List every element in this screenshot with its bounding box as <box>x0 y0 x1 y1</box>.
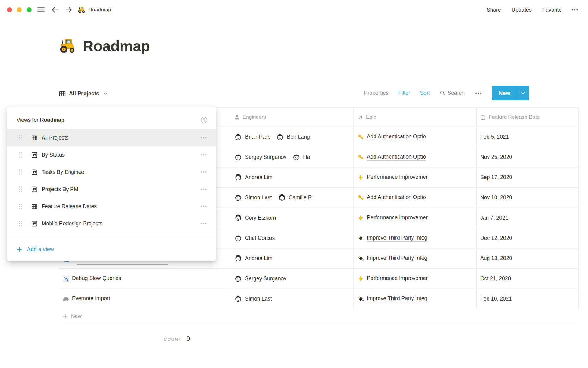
page-link[interactable]: Evernote Import <box>62 295 110 302</box>
more-options-icon[interactable] <box>200 151 208 159</box>
engineer-tag[interactable]: Simon Last <box>234 295 272 303</box>
epic-link[interactable]: Performance Improvemer <box>367 174 428 181</box>
engineer-tag[interactable]: Chet Corcos <box>234 234 275 242</box>
more-options-icon[interactable] <box>200 202 208 210</box>
table-row[interactable]: Debug Slow QueriesSergey SurganovPerform… <box>59 269 579 289</box>
avatar <box>234 254 242 263</box>
epic-link[interactable]: Add Authentication Optio <box>367 154 426 161</box>
epic-cell[interactable]: Improve Third Party Integ <box>354 289 477 309</box>
engineers-cell[interactable]: Chet Corcos <box>230 228 354 248</box>
date-cell[interactable]: Nov 25, 2020 <box>477 147 579 167</box>
more-options-icon[interactable] <box>571 6 579 14</box>
engineers-cell[interactable]: Simon Last <box>230 289 354 309</box>
more-options-icon[interactable] <box>200 220 208 228</box>
hamburger-icon[interactable] <box>37 6 45 14</box>
search-button[interactable]: Search <box>440 90 465 96</box>
new-button-label[interactable]: New <box>492 86 517 100</box>
titlebar-action-favorite[interactable]: Favorite <box>542 7 562 13</box>
date-cell[interactable]: Feb 10, 2021 <box>477 289 579 309</box>
breadcrumb[interactable]: Roadmap <box>77 6 111 14</box>
engineer-tag[interactable]: Brian Park <box>234 133 270 141</box>
column-header-feature-release-date[interactable]: Feature Release Date <box>477 108 579 127</box>
column-header-epic[interactable]: Epic <box>354 108 477 127</box>
date-cell[interactable]: Dec 12, 2020 <box>477 228 579 248</box>
engineers-cell[interactable]: Sergey SurganovHa <box>230 147 354 167</box>
sort-button[interactable]: Sort <box>420 90 430 96</box>
date-cell[interactable]: Sep 17, 2020 <box>477 167 579 187</box>
epic-link[interactable]: Performance Improvemer <box>367 214 428 221</box>
zoom-window-button[interactable] <box>27 7 32 12</box>
view-item-tasks-by-engineer[interactable]: Tasks By Engineer <box>7 163 216 181</box>
epic-cell[interactable]: Performance Improvemer <box>354 269 477 289</box>
engineer-tag[interactable]: Camille R <box>278 194 312 202</box>
engineer-tag[interactable]: Sergey Surganov <box>234 153 286 161</box>
engineers-cell[interactable]: Simon LastCamille R <box>230 188 354 208</box>
date-cell[interactable]: Nov 10, 2020 <box>477 188 579 208</box>
engineers-cell[interactable]: Cory Etzkorn <box>230 208 354 228</box>
drag-handle-icon[interactable] <box>18 203 23 210</box>
engineer-tag[interactable]: Cory Etzkorn <box>234 214 276 222</box>
new-row-button[interactable]: New <box>59 309 579 324</box>
add-view-button[interactable]: Add a view <box>7 238 216 261</box>
table-row[interactable]: Evernote ImportSimon LastImprove Third P… <box>59 289 579 309</box>
drag-handle-icon[interactable] <box>18 134 23 141</box>
epic-link[interactable]: Improve Third Party Integ <box>367 295 427 302</box>
engineers-cell[interactable]: Andrea Lim <box>230 167 354 187</box>
view-item-by-status[interactable]: By Status <box>7 146 216 163</box>
engineers-cell[interactable]: Sergey Surganov <box>230 269 354 289</box>
view-item-feature-release-dates[interactable]: Feature Release Dates <box>7 198 216 215</box>
filter-button[interactable]: Filter <box>398 90 410 96</box>
drag-handle-icon[interactable] <box>18 220 23 227</box>
engineer-tag[interactable]: Ben Lang <box>276 133 310 141</box>
more-options-icon[interactable] <box>474 89 482 97</box>
epic-cell[interactable]: Performance Improvemer <box>354 208 477 228</box>
epic-cell[interactable]: Improve Third Party Integ <box>354 228 477 248</box>
engineer-tag[interactable]: Andrea Lim <box>234 173 273 182</box>
more-options-icon[interactable] <box>200 185 208 193</box>
epic-link[interactable]: Add Authentication Optio <box>367 133 426 140</box>
engineers-cell[interactable]: Brian ParkBen Lang <box>230 127 354 147</box>
view-item-all-projects[interactable]: All Projects <box>7 129 216 146</box>
view-item-projects-by-pm[interactable]: Projects By PM <box>7 181 216 198</box>
titlebar-action-share[interactable]: Share <box>487 7 501 13</box>
view-selector[interactable]: All Projects <box>59 87 107 100</box>
name-cell[interactable]: Evernote Import <box>59 289 230 309</box>
name-cell[interactable]: Debug Slow Queries <box>59 269 230 289</box>
engineers-cell[interactable]: Andrea Lim <box>230 248 354 268</box>
engineer-tag[interactable]: Andrea Lim <box>234 254 273 263</box>
epic-link[interactable]: Improve Third Party Integ <box>367 255 427 262</box>
epic-link[interactable]: Performance Improvemer <box>367 275 428 282</box>
drag-handle-icon[interactable] <box>18 186 23 193</box>
back-icon[interactable] <box>51 6 59 14</box>
date-cell[interactable]: Jan 7, 2021 <box>477 208 579 228</box>
engineer-tag[interactable]: Simon Last <box>234 194 272 202</box>
forward-icon[interactable] <box>64 6 73 14</box>
engineer-tag[interactable]: Ha <box>292 153 310 161</box>
minimize-window-button[interactable] <box>17 7 22 12</box>
epic-cell[interactable]: Add Authentication Optio <box>354 127 477 147</box>
new-button-dropdown[interactable] <box>517 86 529 100</box>
view-item-mobile-redesign-projects[interactable]: Mobile Redesign Projects <box>7 215 216 232</box>
date-cell[interactable]: Oct 21, 2020 <box>477 269 579 289</box>
epic-link[interactable]: Improve Third Party Integ <box>367 235 427 242</box>
page-link[interactable]: Debug Slow Queries <box>62 275 121 282</box>
more-options-icon[interactable] <box>200 134 208 142</box>
tractor-icon[interactable] <box>58 37 77 55</box>
close-window-button[interactable] <box>7 7 12 12</box>
epic-link[interactable]: Add Authentication Optio <box>367 194 426 201</box>
new-button[interactable]: New <box>492 86 529 100</box>
more-options-icon[interactable] <box>200 168 208 176</box>
help-icon[interactable] <box>201 117 208 124</box>
column-header-engineers[interactable]: Engineers <box>230 108 354 127</box>
engineer-tag[interactable]: Sergey Surganov <box>234 274 286 283</box>
properties-button[interactable]: Properties <box>364 90 389 96</box>
date-cell[interactable]: Feb 5, 2021 <box>477 127 579 147</box>
drag-handle-icon[interactable] <box>18 169 23 175</box>
epic-cell[interactable]: Improve Third Party Integ <box>354 248 477 268</box>
titlebar-action-updates[interactable]: Updates <box>512 7 532 13</box>
epic-cell[interactable]: Add Authentication Optio <box>354 147 477 167</box>
epic-cell[interactable]: Add Authentication Optio <box>354 188 477 208</box>
epic-cell[interactable]: Performance Improvemer <box>354 167 477 187</box>
drag-handle-icon[interactable] <box>18 151 23 158</box>
date-cell[interactable]: Aug 13, 2020 <box>477 248 579 268</box>
